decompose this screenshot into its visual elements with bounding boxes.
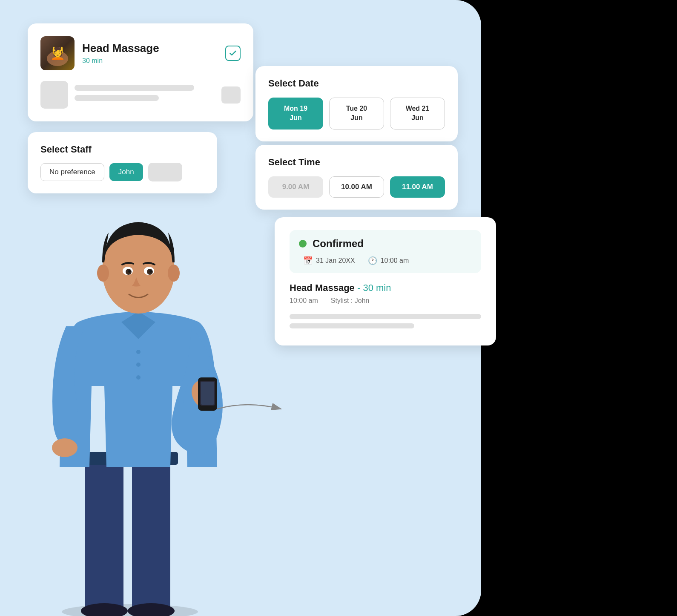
confirmed-service-name: Head Massage — [290, 282, 355, 293]
confirmed-bar-long — [290, 314, 481, 319]
confirmed-stylist: Stylist : John — [331, 297, 370, 305]
confirmed-service-title: Head Massage - 30 min — [290, 282, 481, 294]
service-info: Head Massage 30 min — [82, 42, 218, 64]
time-11am-button[interactable]: 11.00 AM — [390, 176, 445, 198]
time-options: 9.00 AM 10.00 AM 11.00 AM — [268, 176, 445, 198]
time-card: Select Time 9.00 AM 10.00 AM 11.00 AM — [255, 145, 458, 210]
service-title: Head Massage — [82, 42, 218, 55]
placeholder-button — [221, 86, 241, 104]
date-mon19-button[interactable]: Mon 19Jun — [268, 98, 323, 130]
staff-card-title: Select Staff — [40, 144, 204, 155]
confirmed-service-details: 10:00 am Stylist : John — [290, 297, 481, 305]
confirmed-service-duration: - 30 min — [357, 282, 391, 293]
staff-options: No preference John — [40, 163, 204, 181]
confirmed-card: Confirmed 📅 31 Jan 20XX 🕐 10:00 am Head … — [275, 217, 496, 345]
staff-john-button[interactable]: John — [109, 163, 143, 181]
confirmed-status-dot — [299, 240, 307, 248]
time-card-title: Select Time — [268, 157, 445, 168]
date-options: Mon 19Jun Tue 20Jun Wed 21Jun — [268, 98, 445, 130]
confirmed-time: 10:00 am — [381, 257, 409, 265]
svg-point-23 — [136, 375, 141, 380]
service-placeholder-row — [40, 81, 241, 109]
date-wed21-button[interactable]: Wed 21Jun — [390, 98, 445, 130]
service-card: Head Massage 30 min — [28, 23, 253, 121]
confirmed-service-time: 10:00 am — [290, 297, 318, 305]
svg-rect-2 — [132, 458, 170, 612]
placeholder-lines — [75, 85, 215, 105]
svg-point-22 — [136, 363, 141, 367]
svg-point-14 — [168, 265, 180, 282]
staff-placeholder — [148, 163, 182, 181]
service-duration: 30 min — [82, 57, 218, 65]
arrow-connector — [213, 392, 298, 426]
date-tue20-button[interactable]: Tue 20Jun — [329, 98, 384, 130]
service-checkbox[interactable] — [225, 46, 241, 61]
svg-point-13 — [97, 265, 109, 282]
confirmed-date-meta: 📅 31 Jan 20XX — [303, 256, 355, 265]
svg-rect-1 — [85, 458, 123, 612]
date-card: Select Date Mon 19Jun Tue 20Jun Wed 21Ju… — [255, 66, 458, 141]
confirmed-status-text: Confirmed — [313, 238, 364, 250]
svg-point-20 — [149, 270, 152, 273]
calendar-icon: 📅 — [303, 256, 313, 265]
confirmed-date: 31 Jan 20XX — [316, 257, 355, 265]
confirmed-header: Confirmed 📅 31 Jan 20XX 🕐 10:00 am — [290, 230, 481, 273]
service-card-header: Head Massage 30 min — [40, 36, 241, 70]
svg-point-19 — [128, 270, 131, 273]
svg-rect-10 — [201, 382, 214, 405]
service-thumbnail — [40, 36, 75, 70]
staff-no-preference-button[interactable]: No preference — [40, 163, 104, 181]
confirmed-time-meta: 🕐 10:00 am — [368, 256, 409, 265]
placeholder-line-short — [75, 95, 159, 101]
clock-icon: 🕐 — [368, 256, 377, 265]
svg-point-6 — [52, 438, 77, 457]
placeholder-image — [40, 81, 68, 109]
staff-card: Select Staff No preference John — [28, 132, 217, 193]
time-10am-button[interactable]: 10.00 AM — [329, 176, 384, 198]
date-card-title: Select Date — [268, 78, 445, 89]
time-9am-button[interactable]: 9.00 AM — [268, 176, 323, 198]
confirmed-meta: 📅 31 Jan 20XX 🕐 10:00 am — [303, 256, 472, 265]
confirmed-bar-short — [290, 323, 414, 328]
placeholder-line-long — [75, 85, 194, 91]
svg-point-21 — [136, 350, 141, 354]
